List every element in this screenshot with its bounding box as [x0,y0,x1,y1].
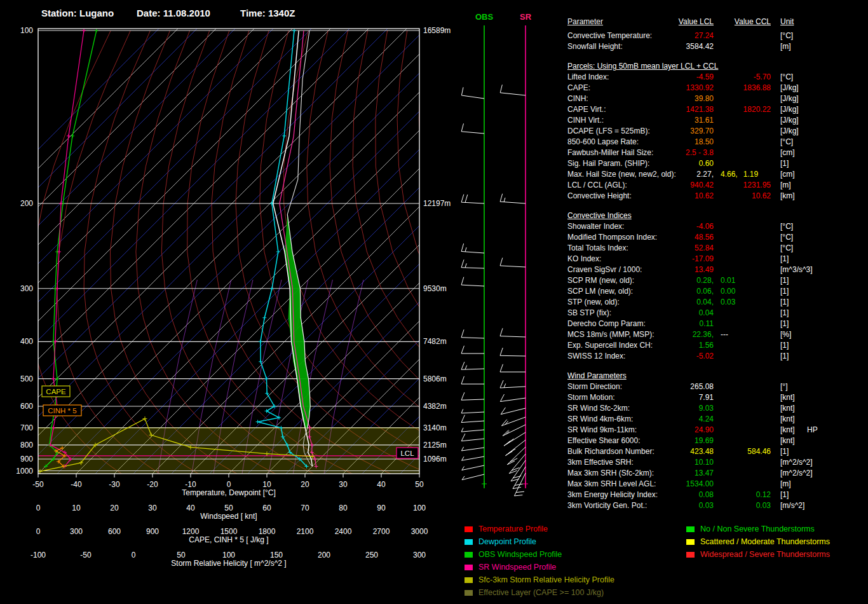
parameter-name: DCAPE (LFS = 525mB): [567,126,650,137]
svg-text:CINH * 5: CINH * 5 [48,407,76,415]
table-row: Snowfall Height:3584.42[m] [567,41,866,52]
svg-text:50: 50 [177,551,186,559]
svg-text:5806m: 5806m [423,374,447,383]
parameter-unit: [1] [780,275,789,286]
svg-text:12197m: 12197m [423,199,451,208]
parameter-name: SWISS 12 Index: [567,351,625,362]
parameter-name: SR Wind 4km-6km: [567,414,633,425]
parameter-name: CINH: [567,93,588,104]
svg-text:600: 600 [20,402,33,411]
legend-label: Sfc-3km Storm Relative Helicity Profile [478,575,614,584]
table-row: MCS 18m/s (MMP, MSP):22.36,---[%] [567,329,866,340]
cape-tick-labels: 03006009001200150018002100240027003000 [36,527,428,536]
table-header-row: ParameterValue LCLValue CCLUnit [567,17,866,27]
table-row: LCL / CCL (AGL):940.421231.95[m] [567,180,866,191]
table-row: DCAPE (LFS = 525mB):329.70[J/kg] [567,126,866,137]
sr-barbs [500,85,526,496]
svg-text:50: 50 [224,504,233,512]
parameter-unit: [J/kg] [780,83,799,93]
svg-text:1200: 1200 [182,527,200,536]
table-row: SR Wind 4km-6km:4.24[knt] [567,414,866,425]
parameter-name: SB STP (fix): [567,308,611,319]
table-row: Convective Temperature:27.24[°C] [567,31,866,41]
parameter-unit: [1] [780,254,789,264]
svg-text:16589m: 16589m [423,26,451,35]
parameter-unit: [°C] [780,72,793,83]
table-row: Max. Hail Size (new, new2, old):2.27,4.6… [567,169,866,180]
chart-frame: CAPECINH * 5LCL [38,29,419,474]
table-section-header: Parcels: Using 50mB mean layer LCL + CCL [567,61,866,72]
table-row: CINH:39.80[J/kg] [567,93,866,104]
parameter-name: LCL / CCL (AGL): [567,180,627,191]
table-row: CINH Virt.:31.61[J/kg] [567,115,866,126]
svg-text:200: 200 [20,199,33,208]
svg-text:30: 30 [148,504,157,512]
parameter-unit: [m] [780,180,791,191]
svg-text:100: 100 [413,504,426,512]
parameter-unit: [J/kg] [780,104,799,115]
svg-text:3000: 3000 [411,527,428,536]
svg-text:500: 500 [20,374,33,383]
svg-text:-50: -50 [80,551,92,559]
parameter-unit: [°C] [780,232,793,243]
legend-label: No / Non Severe Thunderstorms [700,525,815,533]
legend-swatch [686,539,695,545]
severity-legend-item: Widespread / Severe Thunderstorms [686,548,830,561]
svg-text:700: 700 [20,423,33,432]
table-row: Modified Thompson Index:48.56[°C] [567,232,866,243]
parameter-unit: [m^2/s^2] [780,457,813,468]
col-header-parameter: Parameter [567,17,603,27]
parameter-name: SR Wind 9km-11km: [567,425,637,436]
table-row: SR Wind 9km-11km:24.90[knt]HP [567,425,866,436]
severity-legend: No / Non Severe ThunderstormsScattered /… [686,523,830,561]
legend-label: Widespread / Severe Thunderstorms [700,550,830,559]
table-row: SCP LM (new, old):0.06,0.00[1] [567,286,866,297]
table-row: Effective Shear 6000:19.69[knt] [567,436,866,446]
col-header-unit: Unit [780,17,794,27]
parameter-name: Max 3km SRH Level AGL: [567,479,656,490]
legend-swatch [465,526,473,532]
parameter-name: Storm Motion: [567,392,615,403]
svg-text:0: 0 [36,527,41,536]
table-row: SB STP (fix):0.04[1] [567,308,866,319]
legend-label: OBS Windspeed Profile [478,550,562,559]
svg-text:300: 300 [70,527,83,536]
parameter-unit: [km] [780,191,795,202]
profile-legend-item: Effective Layer (CAPE >= 100 J/kg) [465,586,614,599]
table-row: CAPE:1330.921836.88[J/kg] [567,83,866,93]
svg-text:900: 900 [20,455,33,463]
profile-legend-item: Temperature Profile [465,523,614,535]
table-row: Convective Height:10.6210.62[km] [567,191,866,202]
table-row: CAPE Virt.:1421.381820.22[J/kg] [567,104,866,115]
parameter-unit: [1] [780,297,789,308]
parameter-name: Bulk Richardson Number: [567,446,654,457]
parameter-unit: [1] [780,351,789,362]
svg-text:250: 250 [365,551,378,559]
parameter-unit: [knt] [780,392,795,403]
parameter-unit: [J/kg] [780,115,799,126]
parameter-unit: [J/kg] [780,126,799,137]
parameter-name: Sig. Hail Param. (SHIP): [567,158,649,169]
parameter-unit: [knt] [780,425,795,436]
table-row: Sig. Hail Param. (SHIP):0.60[1] [567,158,866,169]
svg-text:800: 800 [20,441,33,450]
srh-tick-labels: -100-50050100150200250300 [31,551,426,559]
parameter-name: SR Wind Sfc-2km: [567,403,630,414]
parameter-name: CINH Virt.: [567,115,604,126]
svg-text:90: 90 [377,504,386,512]
cape-axis-title: CAPE, CINH * 5 [ J/kg ] [189,535,268,544]
table-row: Total Totals Index:52.84[°C] [567,243,866,254]
parameter-unit: [1] [780,340,789,351]
svg-text:2700: 2700 [373,527,390,536]
parameter-unit: [°C] [780,137,793,148]
svg-text:300: 300 [20,284,33,293]
parameter-name: Convective Height: [567,191,632,202]
table-row: Storm Direction:265.08[°] [567,381,866,392]
severity-legend-item: No / Non Severe Thunderstorms [686,523,830,535]
table-spacer [567,52,866,58]
col-header-value-ccl: Value CCL [714,17,771,27]
parameter-unit: [m^3/s^3] [780,264,813,275]
wind-axis-title: Windspeed [ knt] [200,512,257,521]
parameter-name: 3km Effective SRH: [567,457,634,468]
severity-legend-item: Scattered / Moderate Thunderstorms [686,535,830,548]
